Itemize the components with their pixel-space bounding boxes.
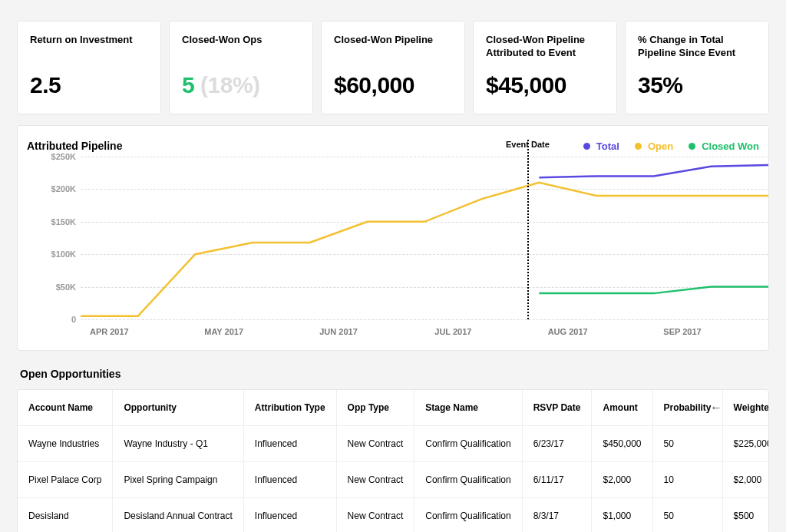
chart-lines [81, 157, 768, 319]
y-tick: $200K [51, 184, 76, 193]
kpi-value: $45,000 [486, 72, 604, 98]
table-cell: $2,000 [722, 462, 769, 498]
event-date-label: Event Date [506, 140, 550, 149]
table-cell: New Contract [336, 426, 414, 462]
y-tick: 0 [71, 315, 76, 324]
table-cell: Influenced [243, 462, 336, 498]
legend-dot-icon [583, 143, 590, 150]
prev-arrow-icon[interactable]: ← [705, 398, 727, 418]
table-cell: 50 [652, 498, 722, 533]
table-col-header[interactable]: Opp Type [336, 390, 414, 426]
table-nav-arrows: ← → [705, 398, 762, 418]
x-tick: MAY 2017 [204, 327, 243, 336]
kpi-value: 2.5 [30, 72, 148, 98]
kpi-value: 5 (18%) [182, 72, 300, 98]
x-tick: SEP 2017 [663, 327, 701, 336]
table-cell: Confirm Qualification [414, 426, 522, 462]
table-col-header[interactable]: Attribution Type [243, 390, 336, 426]
table-row[interactable]: Wayne IndustriesWayne Industry - Q1Influ… [18, 426, 769, 462]
y-tick: $150K [51, 217, 76, 226]
chart-x-axis: APR 2017MAY 2017JUN 2017JUL 2017AUG 2017… [81, 327, 768, 342]
kpi-card-attributed: Closed-Won Pipeline Attributed to Event … [473, 21, 617, 114]
grid-line [81, 319, 768, 320]
kpi-value-accent: 5 [182, 72, 194, 97]
table-cell: $225,000 [722, 426, 769, 462]
chart-legend: Total Open Closed Won [583, 140, 759, 152]
y-tick: $100K [51, 249, 76, 259]
table-col-header[interactable]: RSVP Date [522, 390, 592, 426]
table-cell: Pixel Palace Corp [18, 462, 113, 498]
table-wrap: ← → Account NameOpportunityAttribution T… [17, 389, 769, 532]
x-tick: JUL 2017 [434, 327, 471, 336]
table-cell: Influenced [243, 426, 336, 462]
legend-label: Total [596, 140, 619, 152]
x-tick: AUG 2017 [548, 327, 588, 336]
series-open [81, 183, 768, 316]
kpi-label: Closed-Won Ops [182, 34, 300, 60]
kpi-value: $60,000 [334, 72, 452, 98]
table-cell: Confirm Qualification [414, 498, 522, 533]
x-tick: JUN 2017 [319, 327, 358, 336]
table-cell: Pixel Spring Campaign [113, 462, 243, 498]
table-cell: $2,000 [592, 462, 652, 498]
table-row[interactable]: Pixel Palace CorpPixel Spring CampaignIn… [18, 462, 769, 498]
kpi-card-closed-won-pipeline: Closed-Won Pipeline $60,000 [321, 21, 465, 114]
table-cell: New Contract [336, 462, 414, 498]
kpi-label: Closed-Won Pipeline Attributed to Event [486, 34, 604, 60]
legend-label: Open [648, 140, 673, 152]
x-tick: APR 2017 [90, 327, 129, 336]
event-line [527, 140, 529, 319]
table-col-header[interactable]: Stage Name [414, 390, 522, 426]
kpi-value-muted: (18%) [194, 72, 259, 97]
legend-item-open[interactable]: Open [635, 140, 673, 152]
legend-label: Closed Won [702, 140, 759, 152]
table-header-row: Account NameOpportunityAttribution TypeO… [18, 390, 769, 426]
opportunities-table: Account NameOpportunityAttribution TypeO… [18, 390, 769, 532]
table-cell: Influenced [243, 498, 336, 533]
table-cell: Wayne Industries [18, 426, 113, 462]
kpi-card-pct-change: % Change in Total Pipeline Since Event 3… [625, 21, 769, 114]
table-cell: Wayne Industry - Q1 [113, 426, 243, 462]
chart-plot: 0$50K$100K$150K$200K$250K APR 2017MAY 20… [39, 157, 768, 319]
table-col-header[interactable]: Amount [592, 390, 652, 426]
next-arrow-icon[interactable]: → [741, 398, 762, 418]
table-body: Wayne IndustriesWayne Industry - Q1Influ… [18, 426, 769, 533]
kpi-value: 35% [638, 72, 756, 98]
legend-dot-icon [635, 143, 642, 150]
table-cell: $500 [722, 498, 769, 533]
kpi-label: % Change in Total Pipeline Since Event [638, 34, 756, 60]
table-col-header[interactable]: Account Name [18, 390, 113, 426]
table-title: Open Opportunities [20, 368, 769, 380]
table-row[interactable]: DesislandDesisland Annual ContractInflue… [18, 498, 769, 533]
table-cell: 10 [652, 462, 722, 498]
chart-header: Attributed Pipeline Total Open Closed Wo… [27, 140, 759, 152]
kpi-label: Return on Investment [30, 34, 148, 60]
chart-y-axis: 0$50K$100K$150K$200K$250K [39, 157, 81, 319]
table-cell: 6/23/17 [522, 426, 592, 462]
table-cell: 50 [652, 426, 722, 462]
legend-dot-icon [689, 143, 695, 150]
chart-title: Attributed Pipeline [27, 140, 122, 152]
chart-card: Attributed Pipeline Total Open Closed Wo… [17, 125, 769, 351]
legend-item-closed[interactable]: Closed Won [689, 140, 759, 152]
table-cell: $450,000 [592, 426, 652, 462]
y-tick: $250K [51, 152, 76, 161]
table-cell: Confirm Qualification [414, 462, 522, 498]
table-cell: Desisland Annual Contract [113, 498, 243, 533]
y-tick: $50K [56, 283, 76, 292]
table-cell: $1,000 [592, 498, 652, 533]
kpi-row: Return on Investment 2.5 Closed-Won Ops … [17, 21, 769, 114]
table-cell: New Contract [336, 498, 414, 533]
table-col-header[interactable]: Opportunity [113, 390, 243, 426]
table-cell: Desisland [18, 498, 113, 533]
kpi-card-closed-won-ops: Closed-Won Ops 5 (18%) [169, 21, 313, 114]
table-cell: 6/11/17 [522, 462, 592, 498]
kpi-label: Closed-Won Pipeline [334, 34, 452, 60]
series-closed-won [539, 287, 768, 294]
kpi-card-roi: Return on Investment 2.5 [17, 21, 161, 114]
table-cell: 8/3/17 [522, 498, 592, 533]
legend-item-total[interactable]: Total [583, 140, 619, 152]
series-total [539, 165, 768, 177]
